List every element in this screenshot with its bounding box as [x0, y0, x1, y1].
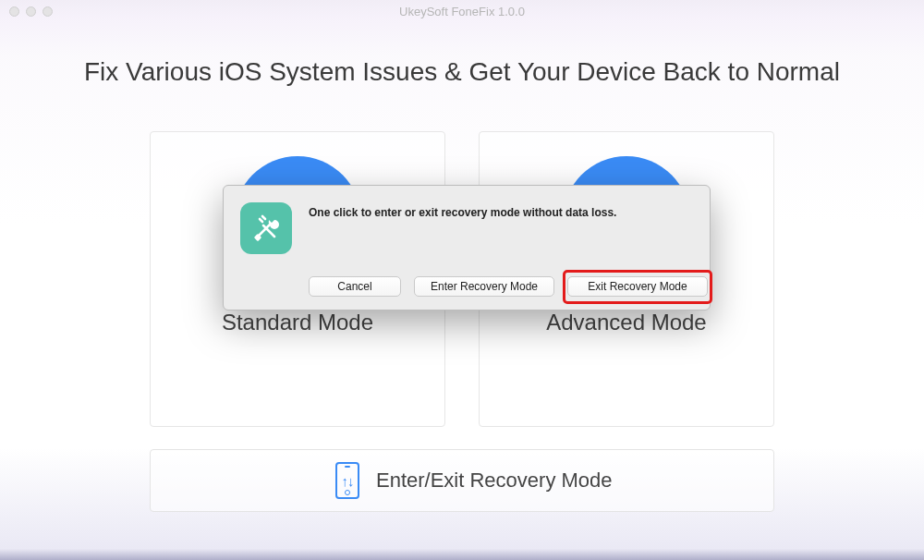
- exit-recovery-button[interactable]: Exit Recovery Mode: [567, 276, 708, 297]
- titlebar: UkeySoft FoneFix 1.0.0: [0, 0, 924, 22]
- window-controls: [9, 6, 53, 17]
- minimize-window-button[interactable]: [26, 6, 36, 17]
- tools-icon: [240, 202, 292, 254]
- enter-recovery-button[interactable]: Enter Recovery Mode: [414, 276, 554, 297]
- phone-recovery-icon: ↑↓: [335, 462, 359, 499]
- page-headline: Fix Various iOS System Issues & Get Your…: [0, 57, 924, 87]
- window-title: UkeySoft FoneFix 1.0.0: [0, 5, 924, 18]
- advanced-mode-label: Advanced Mode: [546, 310, 706, 335]
- arrows-icon: ↑↓: [342, 477, 354, 485]
- dialog-message: One click to enter or exit recovery mode…: [309, 206, 708, 219]
- standard-mode-label: Standard Mode: [222, 310, 373, 335]
- close-window-button[interactable]: [9, 6, 19, 17]
- recovery-dialog: One click to enter or exit recovery mode…: [223, 185, 711, 310]
- dialog-body: One click to enter or exit recovery mode…: [309, 202, 708, 297]
- dialog-buttons: Cancel Enter Recovery Mode Exit Recovery…: [309, 276, 708, 297]
- recovery-mode-label: Enter/Exit Recovery Mode: [376, 469, 613, 493]
- recovery-mode-bar[interactable]: ↑↓ Enter/Exit Recovery Mode: [150, 449, 774, 512]
- cancel-button[interactable]: Cancel: [309, 276, 401, 297]
- maximize-window-button[interactable]: [43, 6, 53, 17]
